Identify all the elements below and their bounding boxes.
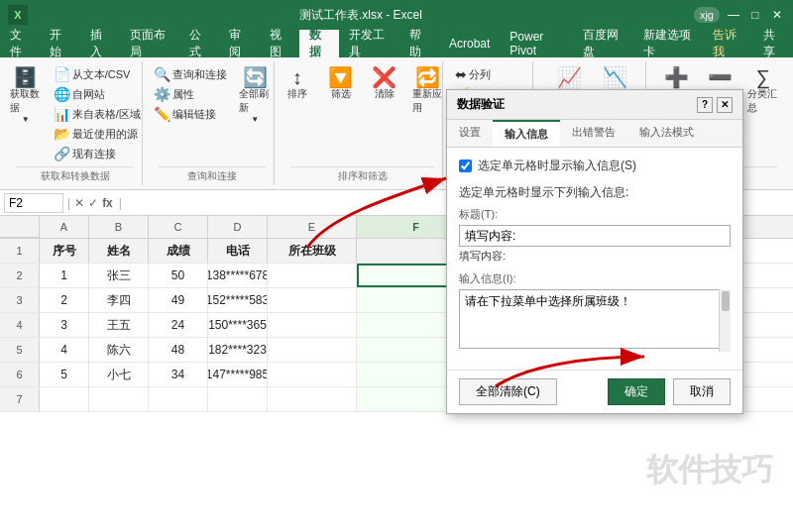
cell-c6[interactable]: 34 [149, 363, 208, 386]
col-header-e[interactable]: E [268, 216, 357, 238]
cell-d5[interactable]: 182****323 [208, 338, 268, 362]
tab-acrobat[interactable]: Acrobat [439, 30, 500, 57]
cell-b3[interactable]: 李四 [89, 288, 149, 312]
split-column-button[interactable]: ⬌ 分列 [451, 65, 532, 83]
col-header-c[interactable]: C [149, 216, 208, 238]
dialog-tab-error-alert[interactable]: 出错警告 [560, 120, 627, 147]
cell-c2[interactable]: 50 [149, 264, 208, 287]
cell-b5[interactable]: 陈六 [89, 338, 149, 362]
tab-review[interactable]: 审阅 [219, 30, 259, 57]
row-num-3: 3 [0, 288, 40, 312]
cancel-formula-icon[interactable]: ✕ [74, 196, 84, 210]
cell-b4[interactable]: 王五 [89, 313, 149, 337]
from-table-button[interactable]: 📊 来自表格/区域 [50, 105, 145, 123]
cell-e6[interactable] [268, 363, 357, 386]
dialog-tab-ime-mode[interactable]: 输入法模式 [627, 120, 706, 147]
dialog-tab-settings[interactable]: 设置 [447, 120, 493, 147]
tab-view[interactable]: 视图 [260, 30, 299, 57]
cell-e4[interactable] [268, 313, 357, 337]
cell-b6[interactable]: 小七 [89, 363, 149, 386]
refresh-all-button[interactable]: 🔄 全部刷新 ▼ [235, 65, 275, 126]
get-data-button[interactable]: 🗄️ 获取数据 ▼ [6, 65, 46, 126]
cell-d3[interactable]: 152*****583 [208, 288, 268, 312]
close-button[interactable]: ✕ [769, 7, 785, 23]
cell-b7[interactable] [89, 387, 149, 411]
subtotal-btn[interactable]: ∑ 分类汇总 [743, 65, 783, 117]
tab-share[interactable]: 共享 [753, 30, 793, 57]
cell-a6[interactable]: 5 [40, 363, 89, 386]
existing-connections-button[interactable]: 🔗 现有连接 [50, 145, 145, 162]
existing-connections-label: 现有连接 [72, 147, 116, 161]
ribbon-group-content: 🗄️ 获取数据 ▼ 📄 从文本/CSV 🌐 自网站 📊 来自表 [6, 61, 145, 166]
edit-links-button[interactable]: ✏️ 编辑链接 [150, 105, 231, 123]
dialog-close-btn[interactable]: ✕ [717, 97, 733, 113]
minimize-button[interactable]: — [726, 7, 741, 23]
cell-d2[interactable]: 138*****678 [208, 264, 268, 287]
cell-c4[interactable]: 24 [149, 313, 208, 337]
cell-c7[interactable] [149, 387, 208, 411]
dialog-help-btn[interactable]: ? [697, 97, 713, 113]
tab-home[interactable]: 开始 [40, 30, 79, 57]
tab-new[interactable]: 新建选项卡 [633, 30, 704, 57]
tab-page-layout[interactable]: 页面布局 [120, 30, 179, 57]
maximize-button[interactable]: □ [747, 7, 763, 23]
tab-insert[interactable]: 插入 [80, 30, 120, 57]
insert-function-icon[interactable]: fx [102, 196, 113, 210]
tab-file[interactable]: 文件 [0, 30, 40, 57]
cell-d6[interactable]: 147*****985 [208, 363, 268, 386]
clear-button[interactable]: ❌ 清除 [365, 65, 404, 103]
cell-c5[interactable]: 48 [149, 338, 208, 362]
input-info-textarea[interactable]: 请在下拉菜单中选择所属班级！ [459, 289, 731, 349]
cancel-button[interactable]: 取消 [673, 378, 731, 405]
tab-baidu[interactable]: 百度网盘 [573, 30, 632, 57]
from-csv-button[interactable]: 📄 从文本/CSV [50, 65, 145, 83]
recent-sources-button[interactable]: 📂 最近使用的源 [50, 125, 145, 143]
reapply-button[interactable]: 🔁 重新应用 [408, 65, 448, 117]
textarea-scrollbar[interactable] [719, 289, 731, 352]
show-input-checkbox[interactable] [459, 160, 472, 172]
cell-a3[interactable]: 2 [40, 288, 89, 312]
sort-az-icon: ↕️ [292, 67, 302, 87]
cell-e7[interactable] [268, 387, 357, 411]
sort-az-button[interactable]: ↕️ 排序 [278, 65, 317, 103]
tab-tell-me[interactable]: 告诉我 [703, 30, 752, 57]
cell-e5[interactable] [268, 338, 357, 362]
tab-formula[interactable]: 公式 [179, 30, 219, 57]
cell-d4[interactable]: 150****365 [208, 313, 268, 337]
cell-b1[interactable]: 姓名 [89, 239, 149, 263]
cell-a4[interactable]: 3 [40, 313, 89, 337]
cell-e2[interactable] [268, 264, 357, 287]
from-web-button[interactable]: 🌐 自网站 [50, 85, 145, 103]
window-title: 测试工作表.xlsx - Excel [299, 7, 422, 24]
query-connections-button[interactable]: 🔍 查询和连接 [150, 65, 231, 83]
cell-d7[interactable] [208, 387, 268, 411]
cell-e3[interactable] [268, 288, 357, 312]
cell-d1[interactable]: 电话 [208, 239, 268, 263]
confirm-formula-icon[interactable]: ✓ [88, 196, 98, 210]
cell-a2[interactable]: 1 [40, 264, 89, 287]
col-header-a[interactable]: A [40, 216, 89, 238]
properties-button[interactable]: ⚙️ 属性 [150, 85, 231, 103]
cell-a5[interactable]: 4 [40, 338, 89, 362]
cell-a1[interactable]: 序号 [40, 239, 89, 263]
ok-button[interactable]: 确定 [608, 378, 665, 405]
tab-power-pivot[interactable]: Power Pivot [500, 30, 573, 57]
col-header-b[interactable]: B [89, 216, 149, 238]
tab-help[interactable]: 帮助 [399, 30, 439, 57]
col-header-d[interactable]: D [208, 216, 268, 238]
tab-data[interactable]: 数据 [299, 30, 339, 57]
from-table-label: 来自表格/区域 [72, 107, 141, 122]
cell-a7[interactable] [40, 387, 89, 411]
clear-all-button[interactable]: 全部清除(C) [459, 378, 557, 405]
title-input[interactable] [459, 225, 731, 247]
cell-c3[interactable]: 49 [149, 288, 208, 312]
cell-reference[interactable] [4, 193, 63, 213]
data-validation-dialog[interactable]: 数据验证 ? ✕ 设置 输入信息 出错警告 输入法模式 选定单元格时显示输入信息… [446, 89, 743, 414]
tab-developer[interactable]: 开发工具 [339, 30, 398, 57]
cell-c1[interactable]: 成绩 [149, 239, 208, 263]
filter-button[interactable]: 🔽 筛选 [321, 65, 361, 103]
dialog-tab-input-info[interactable]: 输入信息 [493, 120, 560, 147]
cell-b2[interactable]: 张三 [89, 264, 149, 287]
row-num-4: 4 [0, 313, 40, 337]
cell-e1[interactable]: 所在班级 [268, 239, 357, 263]
